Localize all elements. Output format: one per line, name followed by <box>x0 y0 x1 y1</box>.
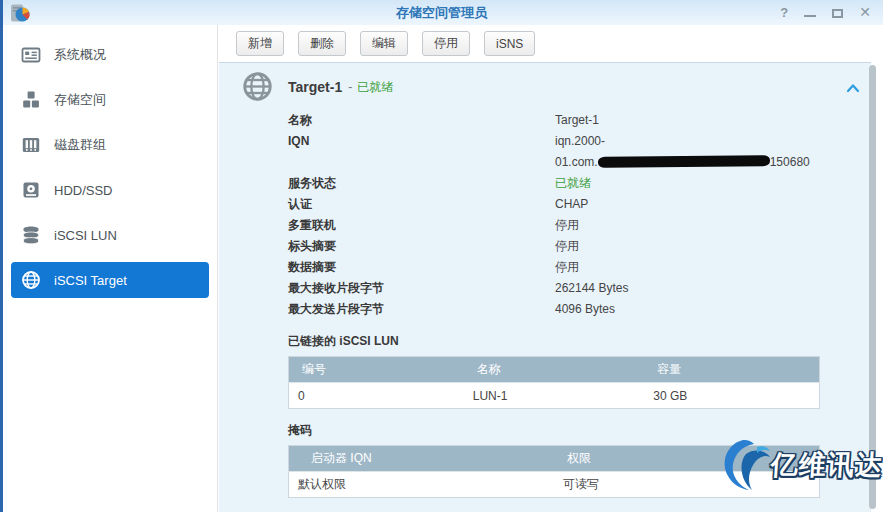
close-icon[interactable]: ✕ <box>859 3 871 21</box>
hdd-icon <box>21 180 41 200</box>
collapse-chevron-up-icon[interactable] <box>846 79 860 89</box>
detail-row-max-recv: 最大接收片段字节 262144 Bytes <box>288 278 871 299</box>
sidebar-item-label: 存储空间 <box>54 91 106 109</box>
mask-section-title: 掩码 <box>288 422 871 439</box>
detail-row-service-status: 服务状态 已就绪 <box>288 173 871 194</box>
lun-col-id: 编号 <box>289 357 464 383</box>
mask-col-permission: 权限 <box>554 446 820 472</box>
sidebar-item-iscsi-lun[interactable]: iSCSI LUN <box>11 217 209 253</box>
sidebar-item-disk-group[interactable]: 磁盘群组 <box>11 127 209 163</box>
window-accent-strip <box>0 0 3 512</box>
storage-manager-window: 存储空间管理员 ? ✕ 系统概况 <box>0 0 883 512</box>
lun-col-name: 名称 <box>464 357 645 383</box>
target-details-list: 名称 Target-1 IQN iqn.2000- 01.com.150680 … <box>288 110 871 320</box>
window-title: 存储空间管理员 <box>0 4 883 22</box>
sidebar: 系统概况 存储空间 <box>3 25 218 512</box>
service-status-value: 已就绪 <box>555 173 591 194</box>
mask-table: 启动器 IQN 权限 默认权限 可读写 <box>288 445 820 498</box>
target-status-badge: 已就绪 <box>357 79 393 96</box>
globe-icon <box>21 270 41 290</box>
sidebar-item-hdd-ssd[interactable]: HDD/SSD <box>11 172 209 208</box>
disk-group-icon <box>21 135 41 155</box>
toolbar: 新增 删除 编辑 停用 iSNS <box>219 25 883 62</box>
system-overview-icon <box>21 45 41 65</box>
detail-row-multi-session: 多重联机 停用 <box>288 215 871 236</box>
isns-button[interactable]: iSNS <box>484 31 535 56</box>
sidebar-item-storage-space[interactable]: 存储空间 <box>11 82 209 118</box>
iqn-value: iqn.2000- 01.com.150680 <box>555 131 810 173</box>
mask-table-header-row: 启动器 IQN 权限 <box>289 446 820 472</box>
target-detail-panel: Target-1 - 已就绪 名称 Target-1 IQN iqn.2 <box>219 62 871 512</box>
redaction-mark <box>598 155 770 168</box>
window-controls: ? ✕ <box>780 3 871 21</box>
sidebar-item-label: 磁盘群组 <box>54 136 106 154</box>
sidebar-item-label: 系统概况 <box>54 46 106 64</box>
lun-table-header-row: 编号 名称 容量 <box>289 357 820 383</box>
target-panel-header[interactable]: Target-1 - 已就绪 <box>219 63 871 105</box>
lun-cylinder-icon <box>21 225 41 245</box>
mask-table-row: 默认权限 可读写 <box>289 472 820 498</box>
lun-table: 编号 名称 容量 0 LUN-1 30 GB <box>288 356 820 409</box>
add-button[interactable]: 新增 <box>236 31 284 56</box>
delete-button[interactable]: 删除 <box>298 31 346 56</box>
titlebar: 存储空间管理员 ? ✕ <box>0 0 883 25</box>
detail-row-iqn: IQN iqn.2000- 01.com.150680 <box>288 131 871 173</box>
volume-cubes-icon <box>21 90 41 110</box>
lun-table-row: 0 LUN-1 30 GB <box>289 383 820 409</box>
main-content: 新增 删除 编辑 停用 iSNS Target-1 - <box>219 25 883 512</box>
target-globe-icon <box>242 71 273 102</box>
sidebar-item-label: iSCSI Target <box>54 273 127 288</box>
lun-col-capacity: 容量 <box>644 357 819 383</box>
lun-section-title: 已链接的 iSCSI LUN <box>288 333 871 350</box>
mask-col-initiator-iqn: 启动器 IQN <box>289 446 555 472</box>
detail-row-header-digest: 标头摘要 停用 <box>288 236 871 257</box>
sidebar-item-label: iSCSI LUN <box>54 228 117 243</box>
sidebar-item-label: HDD/SSD <box>54 183 113 198</box>
target-name-separator: - <box>348 80 352 94</box>
detail-row-max-send: 最大发送片段字节 4096 Bytes <box>288 299 871 320</box>
edit-button[interactable]: 编辑 <box>360 31 408 56</box>
maximize-icon[interactable] <box>832 3 843 21</box>
vertical-scrollbar-thumb[interactable] <box>869 65 876 509</box>
help-icon[interactable]: ? <box>780 3 788 21</box>
detail-row-auth: 认证 CHAP <box>288 194 871 215</box>
detail-row-name: 名称 Target-1 <box>288 110 871 131</box>
detail-row-data-digest: 数据摘要 停用 <box>288 257 871 278</box>
sidebar-item-iscsi-target[interactable]: iSCSI Target <box>11 262 209 298</box>
sidebar-item-system-overview[interactable]: 系统概况 <box>11 37 209 73</box>
target-name: Target-1 <box>288 79 342 95</box>
minimize-icon[interactable] <box>804 3 816 21</box>
disable-button[interactable]: 停用 <box>422 31 470 56</box>
